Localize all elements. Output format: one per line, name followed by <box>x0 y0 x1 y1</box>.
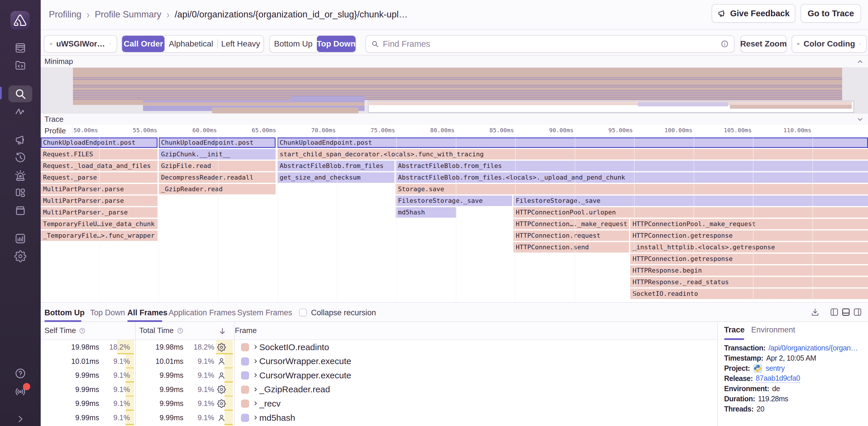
table-row[interactable]: 19.98ms18.2%19.98ms18.2%SocketIO.readint… <box>41 340 717 354</box>
flame-frame[interactable]: _GzipReader.read <box>159 184 276 194</box>
flame-frame[interactable]: ChunkUploadEndpoint.post <box>277 137 868 148</box>
table-row[interactable]: 9.99ms9.1%9.99ms9.1%CursorWrapper.execut… <box>41 368 717 383</box>
sidebar-item-feedback[interactable] <box>8 131 32 148</box>
flame-frame[interactable]: start_child_span_decorator.<locals>.func… <box>277 149 868 160</box>
flame-frame[interactable]: AbstractFileBlob.from_files <box>396 161 868 171</box>
dock-bottom-icon[interactable] <box>841 307 850 317</box>
flame-frame[interactable]: FilestoreStorage._save <box>396 196 512 206</box>
flame-frame[interactable]: HTTPResponse.begin <box>630 265 868 276</box>
minimap-canvas[interactable] <box>41 67 868 113</box>
sidebar-item-search[interactable] <box>8 86 32 102</box>
flame-frame[interactable]: HTTPConnection.getresponse <box>630 230 868 241</box>
flame-frame[interactable]: SocketIO.readinto <box>630 289 868 299</box>
frame-color-swatch <box>241 371 249 380</box>
go-to-trace-button[interactable]: Go to Trace <box>801 4 861 23</box>
flame-frame[interactable]: AbstractFileBlob.from_files.<locals>._up… <box>396 172 868 183</box>
sidebar-item-explore[interactable] <box>8 57 32 73</box>
table-row[interactable]: 9.99ms9.1%9.99ms9.1%_recv <box>41 396 717 411</box>
flame-frame[interactable]: _install_httplib.<locals>.getresponse <box>630 242 868 253</box>
flame-frame[interactable]: AbstractFileBlob.from_files <box>277 161 395 171</box>
tab-application-frames[interactable]: Application Frames <box>168 306 236 319</box>
tab-top-down[interactable]: Top Down <box>90 306 125 319</box>
project-link[interactable]: sentry <box>766 364 784 372</box>
collapse-recursion-checkbox[interactable] <box>299 308 307 317</box>
direction-top-down-button[interactable]: Top Down <box>317 36 355 52</box>
minimap-header[interactable]: Minimap <box>41 56 868 67</box>
tab-system-frames[interactable]: System Frames <box>237 306 292 319</box>
breadcrumb-profile-summary[interactable]: Profile Summary <box>95 9 161 20</box>
sidebar-item-issues[interactable] <box>8 39 32 56</box>
trace-header[interactable]: Trace <box>41 113 868 125</box>
tab-trace-details[interactable]: Trace <box>724 325 745 334</box>
sidebar-item-stats[interactable] <box>8 230 32 247</box>
column-frame[interactable]: Frame <box>235 326 257 335</box>
sort-left-heavy-button[interactable]: Left Heavy <box>218 36 264 52</box>
column-divider[interactable] <box>234 322 235 426</box>
flame-frame[interactable]: Storage.save <box>396 184 868 194</box>
flame-frame[interactable]: HTTPConnectionPool.urlopen <box>514 207 868 218</box>
find-frames-field[interactable]: Find Frames <box>365 35 735 53</box>
table-row[interactable]: 9.99ms9.1%9.99ms9.1%_GzipReader.read <box>41 383 717 397</box>
column-total-time[interactable]: Total Time <box>139 326 184 335</box>
color-coding-dropdown[interactable]: Color Coding <box>792 35 867 53</box>
flame-frame[interactable]: md5hash <box>396 207 456 218</box>
sidebar-item-alerts[interactable] <box>8 167 32 184</box>
table-row[interactable]: 9.99ms9.1%9.99ms9.1%md5hash <box>41 411 717 425</box>
info-icon[interactable] <box>721 40 729 48</box>
expand-row-icon[interactable] <box>252 358 259 364</box>
tab-bottom-up[interactable]: Bottom Up <box>44 306 85 319</box>
direction-bottom-up-button[interactable]: Bottom Up <box>270 36 317 52</box>
flame-frame[interactable]: ChunkUploadEndpoint.post <box>159 137 276 148</box>
sidebar-item-replays[interactable] <box>8 150 32 166</box>
sidebar-collapse-button[interactable] <box>8 411 32 426</box>
expand-row-icon[interactable] <box>252 400 259 406</box>
breadcrumb-profiling[interactable]: Profiling <box>49 9 82 20</box>
sort-arrow-icon[interactable] <box>218 327 227 335</box>
release-link[interactable]: 87aab1d9cfa0 <box>756 374 800 383</box>
chevron-down-icon[interactable] <box>856 116 864 123</box>
flame-frame[interactable]: HTTPConnection.getresponse <box>630 254 868 264</box>
flame-frame[interactable]: DecompressReader.readall <box>159 172 276 183</box>
reset-zoom-button[interactable]: Reset Zoom <box>740 35 786 53</box>
sidebar-item-help[interactable] <box>8 365 32 382</box>
sidebar-item-settings[interactable] <box>8 248 32 265</box>
expand-row-icon[interactable] <box>252 372 259 378</box>
total-time-value: 9.99ms <box>143 411 183 425</box>
dock-left-icon[interactable] <box>830 307 839 317</box>
sort-alphabetical-button[interactable]: Alphabetical <box>164 36 217 52</box>
panel-divider[interactable] <box>717 322 718 426</box>
flame-frame[interactable]: GzipChunk.__init__ <box>159 149 276 160</box>
sidebar-item-dashboards[interactable] <box>8 185 32 202</box>
flame-frame[interactable]: get_size_and_checksum <box>277 172 395 183</box>
chevron-up-icon[interactable] <box>856 58 864 65</box>
flame-frame[interactable]: HTTPResponse._read_status <box>630 277 868 287</box>
download-icon[interactable] <box>810 307 820 317</box>
thread-selector[interactable]: uWSGIWor… <box>44 35 117 53</box>
gridline <box>277 137 278 303</box>
detail-value: 119.28ms <box>758 395 788 403</box>
flame-frame[interactable]: HTTPConnectionPool._make_request <box>630 219 868 229</box>
flame-frame[interactable]: HTTPConnection…._make_request <box>514 219 629 229</box>
column-divider[interactable] <box>135 322 136 426</box>
minimap-block <box>73 97 842 98</box>
table-row[interactable]: 10.01ms9.1%10.01ms9.1%CursorWrapper.exec… <box>41 354 717 368</box>
flame-frame[interactable]: HTTPConnection.send <box>514 242 629 253</box>
expand-row-icon[interactable] <box>252 344 259 350</box>
expand-row-icon[interactable] <box>252 386 259 393</box>
transaction-link[interactable]: /api/0/organizations/{organ… <box>769 344 858 352</box>
tab-environment-details[interactable]: Environment <box>751 325 795 334</box>
expand-row-icon[interactable] <box>252 414 259 421</box>
table-row[interactable]: 9.99ms9.1%9.99ms9.1% <box>41 425 717 426</box>
sort-call-order-button[interactable]: Call Order <box>122 36 164 52</box>
flame-frame[interactable]: GzipFile.read <box>159 161 276 171</box>
sidebar-item-sentry-logo[interactable] <box>10 11 30 30</box>
dock-right-icon[interactable] <box>853 307 862 317</box>
column-self-time[interactable]: Self Time <box>44 326 86 335</box>
sidebar-item-releases[interactable] <box>8 202 32 219</box>
flamegraph-canvas[interactable]: ChunkUploadEndpoint.postChunkUploadEndpo… <box>41 137 868 303</box>
flame-frame[interactable]: FilestoreStorage._save <box>514 196 868 206</box>
flame-frame[interactable]: HTTPConnection.request <box>514 230 629 241</box>
sidebar-item-performance[interactable] <box>8 103 32 120</box>
give-feedback-button[interactable]: Give Feedback <box>712 4 795 23</box>
tab-all-frames[interactable]: All Frames <box>127 306 167 319</box>
